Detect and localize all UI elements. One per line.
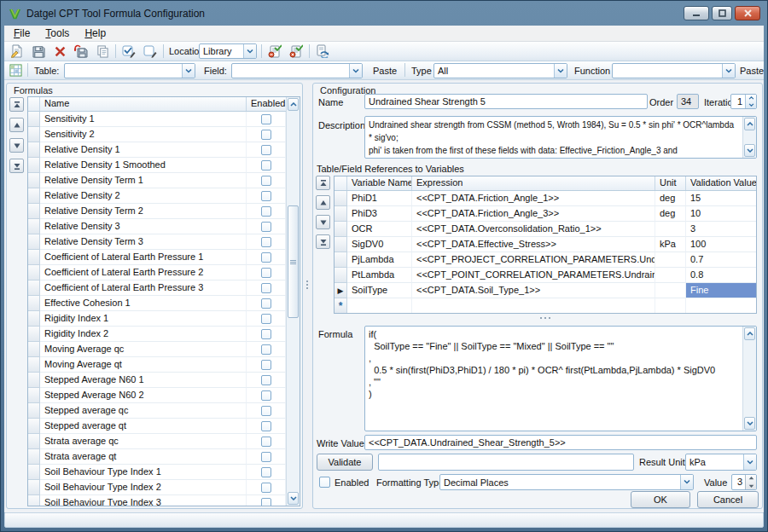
result-unit-combo[interactable]: kPa <box>685 454 757 471</box>
enabled-checkbox[interactable] <box>261 421 271 431</box>
formula-name-cell[interactable]: Moving Average qc <box>40 342 247 357</box>
variable-name-cell[interactable]: SigDV0 <box>347 237 412 252</box>
copy-button[interactable] <box>93 43 112 60</box>
paste-add-button[interactable] <box>265 43 284 60</box>
delete-button[interactable] <box>50 43 69 60</box>
move-up-button[interactable] <box>316 195 330 210</box>
scroll-up-button[interactable] <box>744 327 755 340</box>
move-down-button[interactable] <box>9 138 24 153</box>
description-textarea[interactable]: Undrained shear strength from CSSM (meth… <box>364 116 757 159</box>
enabled-checkbox[interactable] <box>261 206 271 217</box>
formula-row[interactable]: Strata average qc <box>28 434 286 449</box>
value-stepper[interactable]: 3 <box>731 474 757 490</box>
formula-name-cell[interactable]: Stepped average qt <box>40 419 247 434</box>
iteration-stepper[interactable]: 1 <box>730 94 757 109</box>
enabled-checkbox[interactable] <box>261 483 271 493</box>
enabled-checkbox[interactable] <box>261 222 271 232</box>
expression-cell[interactable]: <<CPT_DATA.Soil_Type_1>> <box>412 283 655 298</box>
enabled-checkbox[interactable] <box>261 390 271 401</box>
expression-cell[interactable]: <<CPT_DATA.Overconsolidation_Ratio_1>> <box>412 222 655 237</box>
enabled-checkbox[interactable] <box>261 467 271 477</box>
expression-cell[interactable] <box>412 298 655 313</box>
formula-row[interactable]: Moving Average qc <box>28 342 286 357</box>
move-to-bottom-button[interactable] <box>9 159 24 173</box>
validate-formula-button[interactable] <box>119 43 138 60</box>
unit-cell[interactable]: kPa <box>655 237 686 252</box>
enabled-checkbox[interactable] <box>319 477 330 488</box>
enabled-checkbox[interactable] <box>261 252 271 263</box>
formula-row[interactable]: Effective Cohesion 1 <box>28 296 286 311</box>
formula-row[interactable]: Coefficient of Lateral Earth Pressure 1 <box>28 250 286 265</box>
location-combo[interactable]: Library <box>199 43 257 59</box>
reference-row[interactable]: PhiD1<<CPT_DATA.Friction_Angle_1>>deg15 <box>335 191 756 206</box>
validation-value-cell[interactable] <box>686 298 756 313</box>
refresh-button[interactable] <box>313 43 332 60</box>
edit-document-button[interactable] <box>8 43 26 60</box>
formula-row[interactable]: Moving Average qt <box>28 357 286 373</box>
variable-name-cell[interactable]: SoilType <box>347 283 412 298</box>
expression-cell[interactable]: <<CPT_DATA.Friction_Angle_1>> <box>412 191 655 206</box>
enabled-column-header[interactable]: Enabled <box>247 97 286 111</box>
formula-row[interactable]: Soil Behaviour Type Index 3 <box>28 495 286 506</box>
enabled-checkbox[interactable] <box>261 160 271 171</box>
formula-row[interactable]: Strata average qt <box>28 449 286 465</box>
formula-row[interactable]: Coefficient of Lateral Earth Pressure 2 <box>28 265 286 280</box>
formula-row[interactable]: Stepped Average N60 2 <box>28 388 286 403</box>
formula-name-cell[interactable]: Relative Density Term 1 <box>40 173 247 188</box>
edit-formula-button[interactable] <box>141 43 160 60</box>
variable-name-column-header[interactable]: Variable Name <box>347 176 412 190</box>
enabled-checkbox[interactable] <box>261 114 271 124</box>
expression-cell[interactable]: <<CPT_PROJECT_CORRELATION_PARAMETERS.Und… <box>412 252 655 268</box>
name-input[interactable]: Undrained Shear Strength 5 <box>364 94 648 109</box>
reference-row[interactable]: ▶SoilType<<CPT_DATA.Soil_Type_1>>Fine <box>335 283 756 298</box>
formula-row[interactable]: Relative Density Term 3 <box>28 234 286 250</box>
formula-name-cell[interactable]: Sensitivity 2 <box>40 127 247 142</box>
formula-row[interactable]: Stepped average qt <box>28 419 286 434</box>
move-to-top-button[interactable] <box>316 176 330 190</box>
formula-name-cell[interactable]: Coefficient of Lateral Earth Pressure 1 <box>40 250 247 265</box>
chevron-down-icon[interactable] <box>243 44 256 58</box>
unit-cell[interactable] <box>655 222 686 237</box>
field-combo[interactable] <box>231 63 363 78</box>
formula-name-cell[interactable]: Moving Average qt <box>40 357 247 373</box>
validation-value-column-header[interactable]: Validation Value <box>686 176 756 190</box>
unit-cell[interactable] <box>655 252 686 268</box>
chevron-down-icon[interactable] <box>182 64 195 78</box>
formula-name-cell[interactable]: Relative Density 2 <box>40 188 247 204</box>
formula-name-cell[interactable]: Rigidity Index 2 <box>40 327 247 342</box>
unit-cell[interactable]: deg <box>655 191 686 206</box>
validation-value-cell[interactable]: 100 <box>686 237 756 252</box>
formula-row[interactable]: Relative Density 3 <box>28 219 286 234</box>
formula-name-cell[interactable]: Stepped Average N60 2 <box>40 388 247 403</box>
validation-value-cell[interactable]: 0.7 <box>686 252 756 268</box>
write-value-to-input[interactable]: <<CPT_DATA.Undrained_Shear_Strength_5>> <box>364 435 757 450</box>
enabled-checkbox[interactable] <box>261 298 271 309</box>
validation-value-cell[interactable]: 0.8 <box>686 268 756 283</box>
formula-name-cell[interactable]: Coefficient of Lateral Earth Pressure 3 <box>40 280 247 296</box>
enabled-checkbox[interactable] <box>261 283 271 293</box>
table-picker-button[interactable] <box>7 62 24 78</box>
chevron-down-icon[interactable] <box>349 64 362 78</box>
function-combo[interactable] <box>612 63 736 78</box>
formula-scrollbar[interactable] <box>742 327 756 431</box>
move-down-button[interactable] <box>316 215 330 229</box>
formula-name-cell[interactable]: Relative Density 1 <box>40 142 247 158</box>
enabled-checkbox[interactable] <box>261 314 271 324</box>
formula-name-cell[interactable]: Relative Density 1 Smoothed <box>40 158 247 173</box>
formula-name-cell[interactable]: Stepped average qc <box>40 403 247 419</box>
formula-name-cell[interactable]: Rigidity Index 1 <box>40 311 247 327</box>
type-combo[interactable]: All <box>433 63 567 78</box>
enabled-checkbox[interactable] <box>261 130 271 140</box>
expression-cell[interactable]: <<CPT_POINT_CORRELATION_PARAMETERS.Undra… <box>412 268 655 283</box>
variable-name-cell[interactable] <box>347 298 412 313</box>
formula-row[interactable]: Relative Density Term 2 <box>28 204 286 219</box>
formulas-scrollbar[interactable] <box>286 97 300 506</box>
formula-row[interactable]: Coefficient of Lateral Earth Pressure 3 <box>28 280 286 296</box>
close-button[interactable] <box>735 6 760 20</box>
formula-name-cell[interactable]: Soil Behaviour Type Index 1 <box>40 465 247 480</box>
description-scrollbar[interactable] <box>742 117 756 158</box>
enabled-checkbox[interactable] <box>261 237 271 247</box>
reference-row[interactable]: PtLambda<<CPT_POINT_CORRELATION_PARAMETE… <box>335 268 756 283</box>
move-to-top-button[interactable] <box>9 97 24 112</box>
variable-name-cell[interactable]: PhiD1 <box>347 191 412 206</box>
